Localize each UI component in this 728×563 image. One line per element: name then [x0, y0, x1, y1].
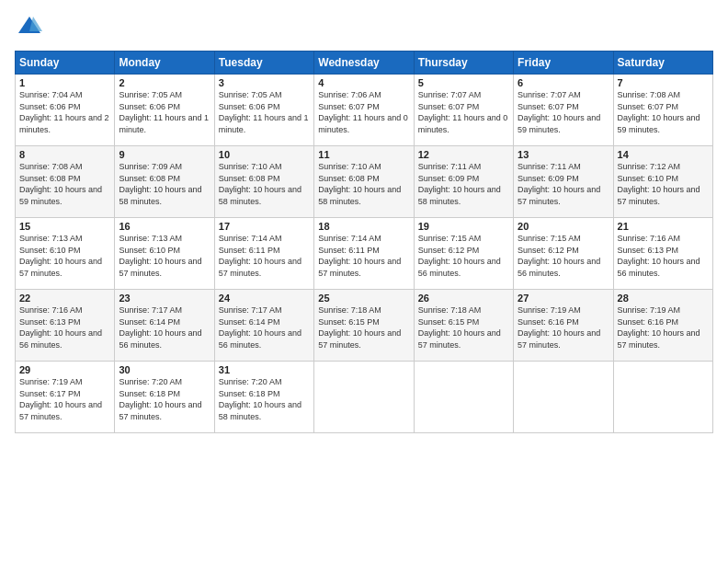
col-sunday: Sunday	[16, 52, 115, 75]
day-number: 31	[219, 364, 310, 375]
day-number: 28	[618, 293, 709, 304]
table-cell: 29 Sunrise: 7:19 AMSunset: 6:17 PMDaylig…	[16, 362, 115, 433]
day-number: 30	[119, 364, 210, 375]
table-cell: 26 Sunrise: 7:18 AMSunset: 6:15 PMDaylig…	[414, 290, 513, 362]
day-detail: Sunrise: 7:09 AMSunset: 6:08 PMDaylight:…	[119, 161, 210, 207]
day-number: 24	[219, 293, 310, 304]
table-cell: 13 Sunrise: 7:11 AMSunset: 6:09 PMDaylig…	[514, 146, 613, 218]
table-cell	[613, 362, 712, 433]
day-number: 7	[618, 77, 709, 88]
logo	[15, 15, 44, 40]
header	[15, 15, 713, 40]
calendar-week-row: 15 Sunrise: 7:13 AMSunset: 6:10 PMDaylig…	[16, 218, 713, 290]
table-cell: 18 Sunrise: 7:14 AMSunset: 6:11 PMDaylig…	[314, 218, 414, 290]
day-detail: Sunrise: 7:14 AMSunset: 6:11 PMDaylight:…	[318, 233, 409, 279]
day-detail: Sunrise: 7:11 AMSunset: 6:09 PMDaylight:…	[418, 161, 509, 207]
day-detail: Sunrise: 7:13 AMSunset: 6:10 PMDaylight:…	[119, 233, 210, 279]
day-detail: Sunrise: 7:16 AMSunset: 6:13 PMDaylight:…	[19, 304, 110, 350]
table-cell	[314, 362, 414, 433]
col-saturday: Saturday	[613, 52, 712, 75]
col-thursday: Thursday	[414, 52, 513, 75]
table-cell: 12 Sunrise: 7:11 AMSunset: 6:09 PMDaylig…	[414, 146, 513, 218]
table-cell: 2 Sunrise: 7:05 AMSunset: 6:06 PMDayligh…	[115, 75, 214, 146]
day-detail: Sunrise: 7:07 AMSunset: 6:07 PMDaylight:…	[518, 89, 609, 135]
day-number: 19	[418, 221, 509, 232]
day-number: 11	[318, 149, 409, 160]
table-cell: 5 Sunrise: 7:07 AMSunset: 6:07 PMDayligh…	[414, 75, 513, 146]
day-detail: Sunrise: 7:11 AMSunset: 6:09 PMDaylight:…	[518, 161, 609, 207]
table-cell: 22 Sunrise: 7:16 AMSunset: 6:13 PMDaylig…	[16, 290, 115, 362]
table-cell: 17 Sunrise: 7:14 AMSunset: 6:11 PMDaylig…	[214, 218, 313, 290]
table-cell: 31 Sunrise: 7:20 AMSunset: 6:18 PMDaylig…	[214, 362, 313, 433]
page: Sunday Monday Tuesday Wednesday Thursday…	[0, 0, 728, 563]
day-number: 16	[119, 221, 210, 232]
day-number: 3	[219, 77, 310, 88]
col-friday: Friday	[514, 52, 613, 75]
day-detail: Sunrise: 7:05 AMSunset: 6:06 PMDaylight:…	[119, 89, 210, 135]
day-detail: Sunrise: 7:08 AMSunset: 6:08 PMDaylight:…	[19, 161, 110, 207]
table-cell: 30 Sunrise: 7:20 AMSunset: 6:18 PMDaylig…	[115, 362, 214, 433]
day-detail: Sunrise: 7:19 AMSunset: 6:17 PMDaylight:…	[19, 376, 110, 422]
calendar-header-row: Sunday Monday Tuesday Wednesday Thursday…	[16, 52, 713, 75]
col-wednesday: Wednesday	[314, 52, 414, 75]
day-detail: Sunrise: 7:14 AMSunset: 6:11 PMDaylight:…	[219, 233, 310, 279]
day-number: 10	[219, 149, 310, 160]
day-number: 26	[418, 293, 509, 304]
table-cell: 19 Sunrise: 7:15 AMSunset: 6:12 PMDaylig…	[414, 218, 513, 290]
col-tuesday: Tuesday	[214, 52, 313, 75]
table-cell: 14 Sunrise: 7:12 AMSunset: 6:10 PMDaylig…	[613, 146, 712, 218]
day-number: 18	[318, 221, 409, 232]
day-number: 17	[219, 221, 310, 232]
table-cell: 15 Sunrise: 7:13 AMSunset: 6:10 PMDaylig…	[16, 218, 115, 290]
day-number: 2	[119, 77, 210, 88]
day-detail: Sunrise: 7:18 AMSunset: 6:15 PMDaylight:…	[318, 304, 409, 350]
day-detail: Sunrise: 7:13 AMSunset: 6:10 PMDaylight:…	[19, 233, 110, 279]
day-number: 12	[418, 149, 509, 160]
day-number: 6	[518, 77, 609, 88]
table-cell: 7 Sunrise: 7:08 AMSunset: 6:07 PMDayligh…	[613, 75, 712, 146]
day-detail: Sunrise: 7:19 AMSunset: 6:16 PMDaylight:…	[618, 304, 709, 350]
day-detail: Sunrise: 7:10 AMSunset: 6:08 PMDaylight:…	[219, 161, 310, 207]
table-cell: 23 Sunrise: 7:17 AMSunset: 6:14 PMDaylig…	[115, 290, 214, 362]
day-detail: Sunrise: 7:15 AMSunset: 6:12 PMDaylight:…	[418, 233, 509, 279]
day-number: 14	[618, 149, 709, 160]
day-detail: Sunrise: 7:16 AMSunset: 6:13 PMDaylight:…	[618, 233, 709, 279]
day-detail: Sunrise: 7:20 AMSunset: 6:18 PMDaylight:…	[219, 376, 310, 422]
day-detail: Sunrise: 7:15 AMSunset: 6:12 PMDaylight:…	[518, 233, 609, 279]
table-cell: 24 Sunrise: 7:17 AMSunset: 6:14 PMDaylig…	[214, 290, 313, 362]
day-number: 29	[19, 364, 110, 375]
day-number: 22	[19, 293, 110, 304]
calendar-table: Sunday Monday Tuesday Wednesday Thursday…	[15, 51, 713, 433]
day-number: 20	[518, 221, 609, 232]
table-cell: 3 Sunrise: 7:05 AMSunset: 6:06 PMDayligh…	[214, 75, 313, 146]
table-cell: 9 Sunrise: 7:09 AMSunset: 6:08 PMDayligh…	[115, 146, 214, 218]
day-detail: Sunrise: 7:08 AMSunset: 6:07 PMDaylight:…	[618, 89, 709, 135]
day-detail: Sunrise: 7:10 AMSunset: 6:08 PMDaylight:…	[318, 161, 409, 207]
table-cell: 6 Sunrise: 7:07 AMSunset: 6:07 PMDayligh…	[514, 75, 613, 146]
table-cell: 20 Sunrise: 7:15 AMSunset: 6:12 PMDaylig…	[514, 218, 613, 290]
day-detail: Sunrise: 7:18 AMSunset: 6:15 PMDaylight:…	[418, 304, 509, 350]
day-number: 23	[119, 293, 210, 304]
day-number: 9	[119, 149, 210, 160]
calendar-week-row: 8 Sunrise: 7:08 AMSunset: 6:08 PMDayligh…	[16, 146, 713, 218]
day-number: 25	[318, 293, 409, 304]
table-cell	[514, 362, 613, 433]
day-detail: Sunrise: 7:06 AMSunset: 6:07 PMDaylight:…	[318, 89, 409, 135]
calendar-week-row: 29 Sunrise: 7:19 AMSunset: 6:17 PMDaylig…	[16, 362, 713, 433]
table-cell: 4 Sunrise: 7:06 AMSunset: 6:07 PMDayligh…	[314, 75, 414, 146]
day-number: 13	[518, 149, 609, 160]
day-detail: Sunrise: 7:05 AMSunset: 6:06 PMDaylight:…	[219, 89, 310, 135]
col-monday: Monday	[115, 52, 214, 75]
day-detail: Sunrise: 7:17 AMSunset: 6:14 PMDaylight:…	[119, 304, 210, 350]
table-cell: 10 Sunrise: 7:10 AMSunset: 6:08 PMDaylig…	[214, 146, 313, 218]
table-cell: 28 Sunrise: 7:19 AMSunset: 6:16 PMDaylig…	[613, 290, 712, 362]
calendar-week-row: 22 Sunrise: 7:16 AMSunset: 6:13 PMDaylig…	[16, 290, 713, 362]
table-cell: 16 Sunrise: 7:13 AMSunset: 6:10 PMDaylig…	[115, 218, 214, 290]
day-detail: Sunrise: 7:20 AMSunset: 6:18 PMDaylight:…	[119, 376, 210, 422]
table-cell	[414, 362, 513, 433]
table-cell: 21 Sunrise: 7:16 AMSunset: 6:13 PMDaylig…	[613, 218, 712, 290]
logo-icon	[17, 15, 42, 35]
day-number: 27	[518, 293, 609, 304]
table-cell: 1 Sunrise: 7:04 AMSunset: 6:06 PMDayligh…	[16, 75, 115, 146]
day-number: 5	[418, 77, 509, 88]
